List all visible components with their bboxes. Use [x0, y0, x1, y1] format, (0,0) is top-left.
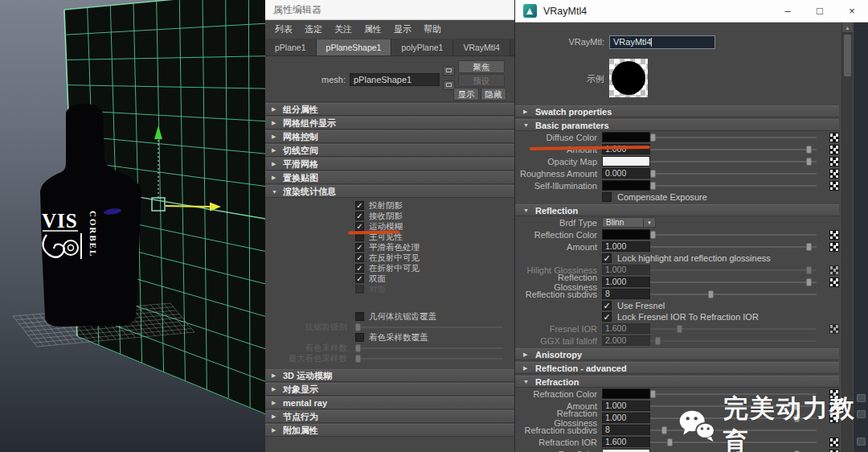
section-anisotropy[interactable]: ▶ Anisotropy — [515, 348, 839, 360]
show-button[interactable]: 显示 — [453, 88, 479, 101]
section-node-behavior[interactable]: ▶ 节点行为 — [265, 410, 514, 423]
ggx-tail-falloff-input[interactable]: 2.000 — [602, 335, 650, 346]
menu-selected[interactable]: 选定 — [305, 23, 322, 35]
section-3d-motion-blur[interactable]: ▶ 3D 运动模糊 — [265, 369, 514, 382]
reflection-amount-slider[interactable] — [650, 242, 817, 252]
reflection-color-map-button[interactable] — [829, 230, 839, 240]
section-basic-parameters[interactable]: ▼ Basic parameters — [515, 119, 839, 131]
refraction-glossiness-input[interactable]: 1.000 — [602, 413, 650, 423]
section-mesh-controls[interactable]: ▶ 网格控制 — [265, 130, 514, 143]
refraction-subdivs-input[interactable]: 8 — [602, 425, 650, 435]
menu-show[interactable]: 显示 — [394, 23, 411, 35]
opacity-map-swatch[interactable] — [602, 156, 650, 166]
reflection-glossiness-slider[interactable] — [650, 277, 817, 287]
attribute-editor-titlebar[interactable]: 属性编辑器 — [265, 0, 514, 20]
self-illumination-swatch[interactable] — [602, 180, 650, 191]
hilight-glossiness-input[interactable]: 1.000 — [602, 265, 650, 275]
shading-samples-slider[interactable] — [355, 343, 503, 353]
focus-button[interactable]: 聚焦 — [458, 60, 505, 73]
compensate-exposure-checkbox[interactable] — [602, 192, 612, 202]
brdf-type-dropdown[interactable]: Blinn ▼ — [602, 217, 656, 228]
max-shading-samples-slider[interactable] — [355, 354, 503, 364]
refraction-amount-input[interactable]: 1.000 — [602, 401, 650, 411]
tab-pplaneshape1[interactable]: pPlaneShape1 — [317, 39, 392, 55]
self-illumination-slider[interactable] — [650, 181, 817, 191]
reflection-subdivs-slider[interactable] — [650, 290, 817, 299]
section-reflection-advanced[interactable]: ▶ Reflection - advanced — [515, 362, 839, 374]
reflection-color-swatch[interactable] — [602, 229, 650, 240]
reflection-subdivs-input[interactable]: 8 — [602, 289, 650, 299]
section-tangent-space[interactable]: ▶ 切线空间 — [265, 144, 514, 157]
ggx-tail-falloff-slider[interactable] — [650, 336, 817, 346]
mesh-name-input[interactable]: pPlaneShape1 — [350, 73, 440, 86]
refraction-ior-input[interactable]: 1.600 — [602, 437, 650, 447]
section-smooth-mesh[interactable]: ▶ 平滑网格 — [265, 158, 514, 171]
reflection-glossiness-map-button[interactable] — [829, 277, 839, 287]
material-name-input[interactable]: VRayMtl4 — [609, 35, 715, 49]
section-displacement-map[interactable]: ▶ 置换贴图 — [265, 171, 514, 184]
section-extra-attributes[interactable]: ▶ 附加属性 — [265, 424, 514, 437]
smooth-shading-checkbox[interactable]: ✓ — [355, 243, 364, 252]
section-reflection[interactable]: ▼ Reflection — [515, 204, 839, 216]
roughness-amount-map-button[interactable] — [829, 169, 839, 179]
section-refraction[interactable]: ▼ Refraction — [515, 376, 839, 388]
section-mesh-component-display[interactable]: ▶ 网格组件显示 — [265, 117, 514, 129]
visible-in-refractions-checkbox[interactable]: ✓ — [355, 264, 364, 273]
double-sided-checkbox[interactable]: ✓ — [355, 274, 364, 283]
roughness-amount-input[interactable]: 0.000 — [602, 168, 650, 179]
reflection-amount-map-button[interactable] — [829, 242, 839, 252]
fog-color-swatch[interactable] — [602, 449, 650, 452]
opposite-checkbox[interactable] — [355, 285, 364, 294]
section-swatch-properties[interactable]: ▶ Swatch properties — [515, 105, 839, 117]
hilight-glossiness-slider[interactable] — [650, 265, 817, 275]
section-object-display[interactable]: ▶ 对象显示 — [265, 383, 514, 396]
reflection-glossiness-input[interactable]: 1.000 — [602, 277, 650, 287]
tab-polyplane1[interactable]: polyPlane1 — [391, 39, 453, 55]
hide-button[interactable]: 隐藏 — [481, 88, 506, 101]
menu-help[interactable]: 帮助 — [424, 23, 441, 35]
lock-glossiness-checkbox[interactable]: ✓ — [602, 253, 612, 263]
section-mental-ray[interactable]: ▶ mental ray — [265, 397, 514, 409]
close-icon[interactable]: × — [836, 5, 868, 17]
section-component-attributes[interactable]: ▶ 组分属性 — [265, 103, 514, 116]
scrollbar-thumb[interactable] — [844, 35, 851, 76]
reflection-color-slider[interactable] — [650, 230, 817, 240]
diffuse-amount-slider[interactable] — [650, 145, 817, 154]
fresnel-ior-map-button[interactable] — [829, 324, 839, 334]
presets-button[interactable]: 预设 — [458, 74, 505, 87]
shading-samples-override-checkbox[interactable] — [355, 333, 364, 342]
fresnel-ior-slider[interactable] — [650, 324, 817, 334]
diffuse-amount-map-button[interactable] — [829, 145, 839, 154]
material-preview-swatch[interactable] — [609, 59, 648, 97]
opacity-map-slider[interactable] — [650, 157, 817, 166]
maximize-icon[interactable]: □ — [804, 5, 836, 17]
refraction-color-swatch[interactable] — [602, 388, 650, 399]
opacity-map-map-button[interactable] — [829, 157, 839, 166]
use-fresnel-checkbox[interactable]: ✓ — [602, 301, 612, 310]
menu-list[interactable]: 列表 — [275, 23, 293, 35]
self-illumination-map-button[interactable] — [829, 181, 839, 191]
hilight-glossiness-map-button[interactable] — [829, 265, 839, 275]
reflection-amount-input[interactable]: 1.000 — [602, 241, 650, 252]
tab-pplane1[interactable]: pPlane1 — [265, 39, 317, 55]
diffuse-color-map-button[interactable] — [829, 133, 839, 142]
visible-in-reflections-checkbox[interactable]: ✓ — [355, 253, 364, 262]
roughness-amount-slider[interactable] — [650, 169, 817, 179]
motion-blur-checkbox[interactable]: ✓ — [355, 222, 364, 231]
vray-window-titlebar[interactable]: VRayMtl4 – □ × — [515, 0, 868, 23]
section-render-stats[interactable]: ▼ 渲染统计信息 — [265, 185, 514, 198]
fresnel-ior-input[interactable]: 1.600 — [602, 323, 650, 334]
diffuse-color-slider[interactable] — [650, 133, 817, 142]
menu-attributes[interactable]: 属性 — [364, 23, 382, 35]
viewport-3d[interactable]: VIS CORBEL — [0, 0, 265, 452]
geo-antialias-override-checkbox[interactable] — [355, 312, 364, 321]
minimize-icon[interactable]: – — [772, 5, 804, 17]
select-node-icon[interactable] — [443, 66, 455, 76]
tab-vraymtl4[interactable]: VRayMtl4 — [453, 39, 510, 55]
antialias-level-slider[interactable] — [355, 323, 503, 332]
lock-fresnel-ior-checkbox[interactable]: ✓ — [602, 312, 612, 322]
diffuse-color-swatch[interactable] — [602, 132, 650, 142]
vray-scrollbar[interactable]: ▲ — [841, 23, 853, 452]
scroll-up-icon[interactable]: ▲ — [842, 23, 853, 33]
receive-shadows-checkbox[interactable]: ✓ — [355, 212, 364, 220]
